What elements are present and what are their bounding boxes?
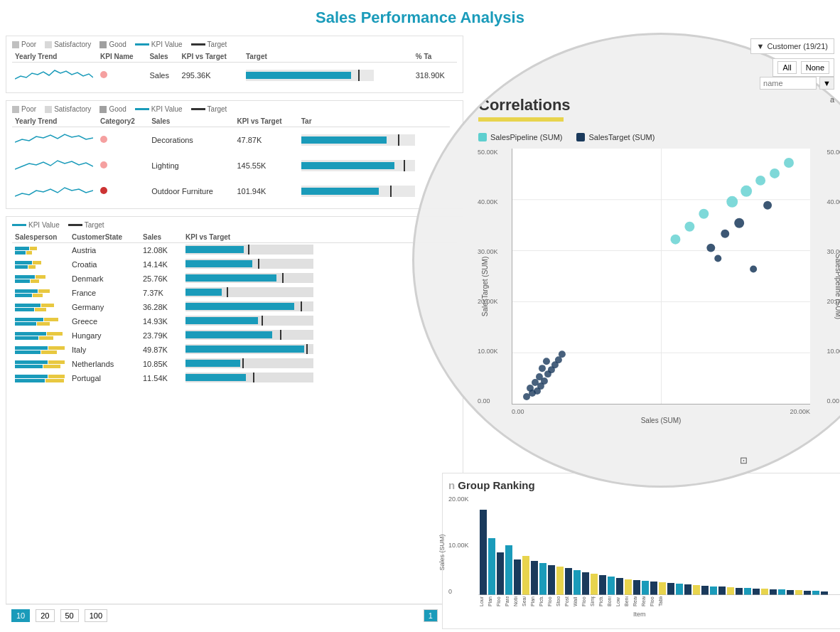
scatter-plot <box>512 149 810 405</box>
col-pct: % Ta <box>413 51 457 63</box>
legend-poor: Poor <box>21 41 36 48</box>
status-dot-out <box>97 178 149 204</box>
svg-point-24 <box>750 266 757 273</box>
svg-rect-68 <box>770 589 777 595</box>
table-row: Netherlands 10.85K <box>12 357 457 371</box>
kpi-sales-cell: 295.36K <box>179 63 243 89</box>
svg-rect-49 <box>608 577 615 595</box>
svg-point-20 <box>706 244 715 252</box>
sp-bars-cell <box>12 300 69 314</box>
export-correlations-icon[interactable]: ⊡ <box>740 455 748 466</box>
correlations-overlay: Correlations SalesPipeline (SUM) SalesTa… <box>412 33 840 488</box>
page-size-20[interactable]: 20 <box>36 609 54 622</box>
kpi-legend-1: Poor Satisfactory Good KPI Value Target <box>12 41 457 48</box>
filter-funnel-icon[interactable]: ▼ <box>819 77 834 90</box>
col-kpi-name: KPI Name <box>97 51 146 63</box>
svg-text:PictureFrameA3: PictureFrameA3 <box>598 596 603 606</box>
page-size-100[interactable]: 100 <box>85 609 107 622</box>
svg-text:Reading lamp kids: Reading lamp kids <box>632 596 638 606</box>
svg-rect-44 <box>565 568 572 595</box>
legend-kpi-2: KPI Value <box>151 105 183 113</box>
gr-bars-svg <box>478 496 840 595</box>
svg-rect-70 <box>787 590 794 595</box>
svg-rect-59 <box>693 585 700 595</box>
svg-rect-67 <box>761 589 768 595</box>
bar-cell <box>183 371 457 385</box>
customer-filter[interactable]: ▼ Customer (19/21) <box>750 38 834 54</box>
svg-rect-66 <box>753 589 760 595</box>
left-panel: Poor Satisfactory Good KPI Value Target <box>0 33 469 629</box>
col-yearly-trend: Yearly Trend <box>12 51 97 63</box>
state-cell: Germany <box>69 300 140 314</box>
svg-point-25 <box>763 201 772 210</box>
svg-rect-37 <box>505 545 512 595</box>
svg-point-8 <box>527 385 534 392</box>
page-size-10[interactable]: 10 <box>11 609 30 622</box>
legend-good-2: Good <box>109 105 126 113</box>
sp-bars-cell <box>12 328 69 343</box>
page-size-50[interactable]: 50 <box>60 609 79 622</box>
svg-rect-34 <box>480 510 487 595</box>
svg-rect-47 <box>591 574 598 595</box>
table-row: Sales 295.36K 318.90K <box>12 63 457 89</box>
svg-text:PictureFrameA1: PictureFrameA1 <box>539 596 544 606</box>
legend-target-2: Target <box>208 105 227 113</box>
svg-text:Low energy bulb H1: Low energy bulb H1 <box>615 596 621 606</box>
svg-rect-74 <box>821 591 828 595</box>
table-row: Outdoor Furniture 101.94K <box>12 178 457 204</box>
table-row: Italy 49.87K <box>12 343 457 357</box>
svg-rect-64 <box>736 588 743 595</box>
svg-text:Floor lamp white: Floor lamp white <box>496 596 502 606</box>
table-row: Lighting 145.55K <box>12 153 457 178</box>
filter-all[interactable]: All <box>777 61 796 74</box>
kpi-section-category: Poor Satisfactory Good KPI Value Target <box>6 100 463 209</box>
svg-rect-69 <box>778 589 785 595</box>
sp-bars-cell <box>12 257 69 272</box>
page-1[interactable]: 1 <box>424 609 438 622</box>
sp-bars-cell <box>12 343 69 357</box>
svg-text:Floor Upjohter: Floor Upjohter <box>650 596 655 606</box>
state-cell: Greece <box>69 314 140 328</box>
bar-cell <box>183 314 457 328</box>
svg-rect-41 <box>539 563 546 595</box>
col-customer-state: CustomerState <box>69 232 140 243</box>
col-salesperson: Salesperson <box>12 232 69 243</box>
page-title: Sales Performance Analysis <box>0 0 840 33</box>
svg-point-19 <box>559 350 566 358</box>
col-yearly-trend-2: Yearly Trend <box>12 116 97 127</box>
x-axis-label: Sales (SUM) <box>512 417 810 424</box>
svg-rect-61 <box>710 587 717 595</box>
svg-text:Floor lamp white: Floor lamp white <box>547 596 553 606</box>
svg-rect-71 <box>795 590 802 595</box>
legend-good: Good <box>109 41 126 48</box>
y-axis-right-label: SalesPipeline (SUM) <box>834 254 840 319</box>
kpi-section-overall: Poor Satisfactory Good KPI Value Target <box>6 36 463 93</box>
svg-rect-38 <box>514 559 521 595</box>
bar-light <box>298 153 450 178</box>
state-cell: Austria <box>69 243 140 258</box>
table-row: Hungary 23.79K <box>12 328 457 343</box>
state-cell: Italy <box>69 343 140 357</box>
svg-text:Floor Clock: Floor Clock <box>581 596 586 606</box>
sales-cell: 36.28K <box>140 300 183 314</box>
svg-text:Simple shade: Simple shade <box>590 596 596 606</box>
svg-rect-46 <box>582 572 589 595</box>
group-ranking: n Group Ranking 20.00K10.00K0 Sales (SUM… <box>442 473 840 629</box>
svg-rect-65 <box>744 588 751 595</box>
status-dot-light <box>97 153 149 178</box>
svg-rect-36 <box>497 552 504 595</box>
state-cell: Denmark <box>69 272 140 286</box>
filter-name-row: ▼ <box>760 77 834 90</box>
filter-name-input[interactable] <box>760 77 817 90</box>
corr-yellow-bar <box>478 117 564 122</box>
svg-point-32 <box>684 222 694 232</box>
svg-point-15 <box>539 365 546 372</box>
customer-filter-label: Customer (19/21) <box>767 42 828 50</box>
legend-poor-2: Poor <box>21 105 36 113</box>
filter-none[interactable]: None <box>801 61 829 74</box>
trend-sparkline-light <box>12 153 97 178</box>
sp-bars-cell <box>12 286 69 300</box>
table-row: Decorations 47.87K <box>12 127 457 154</box>
svg-text:Sea/back pad: Sea/back pad <box>522 596 527 606</box>
sales-cell: 49.87K <box>140 343 183 357</box>
